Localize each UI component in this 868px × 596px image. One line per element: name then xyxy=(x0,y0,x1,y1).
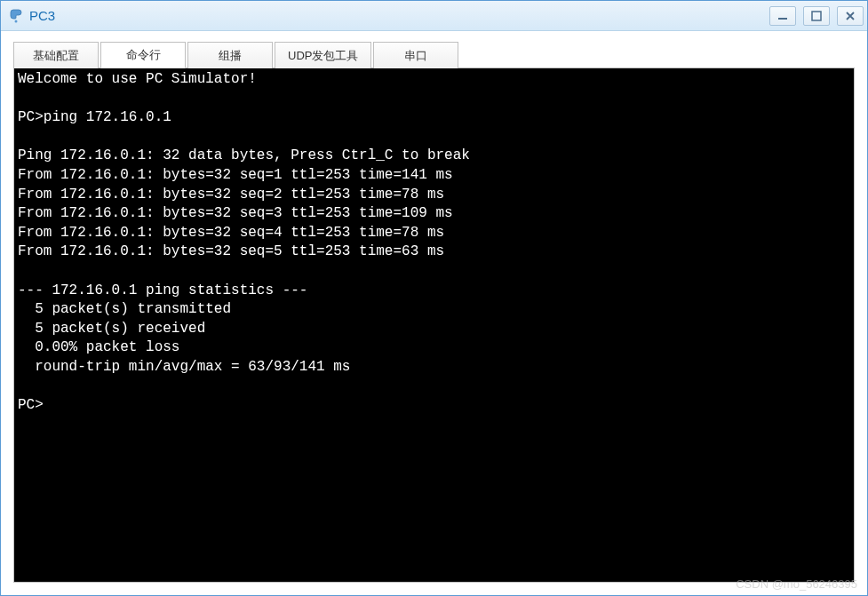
svg-rect-1 xyxy=(778,18,787,20)
tab-multicast[interactable]: 组播 xyxy=(187,42,273,68)
tab-udp-tool[interactable]: UDP发包工具 xyxy=(275,42,371,68)
tab-label: UDP发包工具 xyxy=(288,48,358,64)
terminal-output[interactable]: Welcome to use PC Simulator! PC>ping 172… xyxy=(13,68,855,583)
tab-basic-config[interactable]: 基础配置 xyxy=(13,42,99,68)
close-button[interactable] xyxy=(837,6,864,26)
titlebar[interactable]: PC3 xyxy=(1,1,867,31)
app-window: PC3 基础配置 命令行 组播 UDP发包工具 xyxy=(0,0,868,596)
window-controls xyxy=(769,6,864,26)
maximize-button[interactable] xyxy=(803,6,830,26)
tab-label: 组播 xyxy=(219,48,242,64)
tab-label: 基础配置 xyxy=(33,48,79,64)
svg-point-0 xyxy=(15,20,18,22)
tab-label: 命令行 xyxy=(126,47,161,63)
tab-serial[interactable]: 串口 xyxy=(373,42,458,68)
svg-rect-2 xyxy=(812,12,821,20)
content-area: 基础配置 命令行 组播 UDP发包工具 串口 Welcome to use PC… xyxy=(1,31,867,595)
tab-bar: 基础配置 命令行 组播 UDP发包工具 串口 xyxy=(13,42,855,68)
watermark: CSDN @mo_56246395 xyxy=(736,577,857,591)
window-title: PC3 xyxy=(29,8,769,23)
tab-label: 串口 xyxy=(404,48,427,64)
minimize-button[interactable] xyxy=(769,6,796,26)
tab-command-line[interactable]: 命令行 xyxy=(100,42,186,68)
app-icon xyxy=(8,8,24,24)
